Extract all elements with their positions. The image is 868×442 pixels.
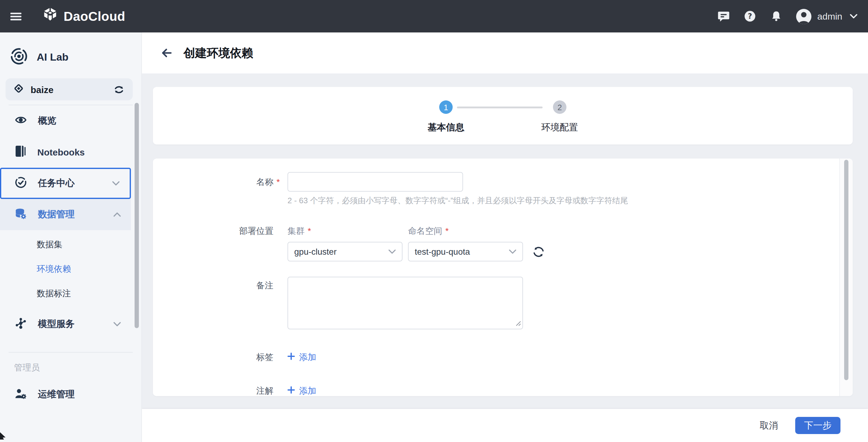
- sidebar-item-environment-deps[interactable]: 环境依赖: [0, 257, 131, 282]
- sidebar-subitem-label: 数据标注: [37, 288, 71, 299]
- daocloud-logo: [42, 7, 58, 25]
- remark-row: 备注: [153, 277, 853, 332]
- step-connector: [457, 107, 542, 108]
- next-button[interactable]: 下一步: [795, 417, 840, 434]
- footer-bar: 取消 下一步: [142, 409, 868, 442]
- sidebar-item-notebooks[interactable]: Notebooks: [0, 137, 131, 168]
- step-1-circle: 1: [439, 100, 453, 114]
- workspace-icon: [13, 82, 25, 96]
- stepper: 1 2 基本信息 环境配置: [428, 87, 578, 145]
- swap-icon[interactable]: [113, 83, 125, 96]
- cancel-button[interactable]: 取消: [756, 417, 782, 434]
- avatar-icon[interactable]: [796, 8, 812, 24]
- remark-textarea[interactable]: [287, 277, 523, 329]
- sidebar-item-label: 任务中心: [38, 178, 74, 189]
- labels-row: 标签 添加: [153, 351, 853, 363]
- sidebar-nav: 概览 Notebooks: [0, 105, 141, 410]
- brand-name: DaoCloud: [64, 9, 125, 24]
- hamburger-icon[interactable]: [10, 12, 22, 21]
- notebook-icon: [15, 145, 26, 159]
- chevron-down-icon: [389, 249, 396, 254]
- required-marker: *: [277, 177, 280, 187]
- namespace-select-value: test-gpu-quota: [415, 247, 470, 257]
- page-header: 创建环境依赖: [142, 32, 868, 73]
- name-row: 名称 *: [153, 172, 853, 191]
- sidebar-item-label: 模型服务: [38, 318, 74, 330]
- main-area: 创建环境依赖 1 2 基本信息 环境配置 名称 * 2 -: [142, 32, 868, 442]
- task-center-icon: [15, 176, 27, 191]
- namespace-label: 命名空间*: [408, 225, 523, 237]
- workspace-switcher[interactable]: baize: [5, 78, 133, 100]
- product-header: AI Lab: [0, 32, 141, 68]
- form-scrollbar-track: [839, 158, 853, 396]
- sidebar-item-datasets[interactable]: 数据集: [0, 233, 131, 257]
- step-1-label: 基本信息: [428, 122, 464, 134]
- sidebar-item-label: 运维管理: [38, 389, 74, 401]
- sidebar-item-data-management[interactable]: 数据管理: [0, 199, 131, 230]
- brand[interactable]: DaoCloud: [42, 7, 125, 25]
- username: admin: [817, 11, 842, 22]
- name-label: 名称: [153, 172, 273, 191]
- step-2-label: 环境配置: [541, 122, 578, 134]
- data-management-icon: [15, 207, 27, 222]
- product-name: AI Lab: [37, 52, 68, 64]
- required-marker: *: [445, 226, 449, 236]
- deploy-label: 部署位置: [153, 225, 273, 237]
- sidebar-item-overview[interactable]: 概览: [0, 105, 131, 137]
- form-card: 名称 * 2 - 63 个字符，必须由小写字母、数字字符或“-”组成，并且必须以…: [153, 158, 853, 396]
- annotations-label: 注解: [153, 384, 273, 396]
- sidebar-item-label: 概览: [38, 115, 56, 127]
- add-label-button[interactable]: 添加: [287, 351, 316, 363]
- help-icon[interactable]: ?: [744, 10, 756, 22]
- sidebar: AI Lab baize: [0, 32, 142, 442]
- message-icon[interactable]: [717, 10, 730, 22]
- user-menu-chevron-down-icon[interactable]: [850, 13, 858, 19]
- ai-lab-icon: [10, 47, 28, 68]
- form-scrollbar-thumb[interactable]: [844, 160, 848, 380]
- annotations-row: 注解 添加: [153, 384, 853, 396]
- namespace-select[interactable]: test-gpu-quota: [408, 242, 523, 261]
- ops-management-icon: [15, 387, 27, 402]
- labels-label: 标签: [153, 351, 273, 363]
- cluster-select-value: gpu-cluster: [294, 247, 337, 257]
- workspace-name: baize: [31, 84, 54, 95]
- chevron-down-icon: [112, 181, 120, 186]
- add-annotation-text: 添加: [299, 384, 316, 396]
- step-2-circle: 2: [553, 100, 566, 114]
- chevron-down-icon: [113, 321, 121, 327]
- name-input[interactable]: [287, 172, 463, 191]
- chevron-up-icon: [113, 212, 121, 217]
- bell-icon[interactable]: [770, 10, 782, 22]
- plus-icon: [287, 384, 295, 396]
- refresh-icon[interactable]: [532, 245, 545, 258]
- sidebar-item-data-annotation[interactable]: 数据标注: [0, 282, 131, 306]
- add-annotation-button[interactable]: 添加: [287, 384, 316, 396]
- cluster-select[interactable]: gpu-cluster: [287, 242, 403, 261]
- app: DaoCloud ?: [0, 0, 868, 442]
- topbar: DaoCloud ?: [0, 0, 868, 32]
- remark-label: 备注: [153, 279, 273, 291]
- sidebar-subitem-label: 数据集: [37, 239, 62, 251]
- chevron-down-icon: [509, 249, 516, 254]
- name-hint: 2 - 63 个字符，必须由小写字母、数字字符或“-”组成，并且必须以字母开头及…: [287, 197, 853, 205]
- sidebar-item-ops-management[interactable]: 运维管理: [0, 379, 131, 410]
- topbar-right: ? admin: [704, 8, 858, 24]
- sidebar-divider: [8, 352, 133, 353]
- model-service-icon: [15, 317, 27, 331]
- deploy-row: 部署位置 集群* gpu-cluster 命名空间*: [153, 225, 853, 261]
- cluster-label: 集群*: [287, 225, 403, 237]
- sidebar-item-task-center[interactable]: 任务中心: [0, 168, 131, 199]
- back-arrow-icon[interactable]: [160, 47, 173, 59]
- add-label-text: 添加: [299, 351, 316, 363]
- sidebar-item-model-service[interactable]: 模型服务: [0, 308, 131, 340]
- namespace-group: 命名空间* test-gpu-quota: [408, 225, 523, 261]
- sidebar-scrollbar-thumb[interactable]: [134, 103, 139, 328]
- eye-icon: [15, 114, 27, 128]
- cluster-group: 集群* gpu-cluster: [287, 225, 403, 261]
- mouse-cursor: [0, 431, 7, 442]
- sidebar-section-label: 管理员: [0, 362, 141, 374]
- page-title: 创建环境依赖: [184, 45, 253, 61]
- stepper-card: 1 2 基本信息 环境配置: [153, 87, 853, 145]
- svg-text:?: ?: [748, 12, 752, 21]
- plus-icon: [287, 351, 295, 363]
